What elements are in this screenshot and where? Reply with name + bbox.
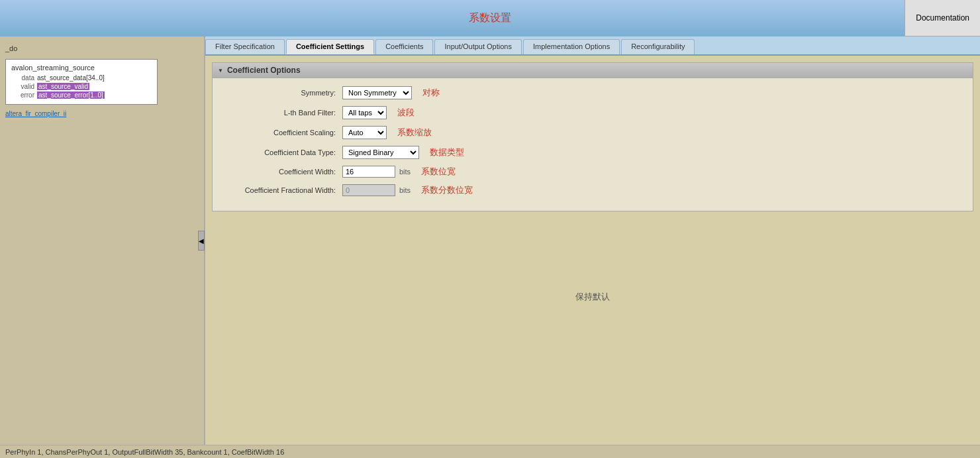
content-area: Coefficient Options Symmetry: Non Symmet… (205, 56, 980, 445)
lth-band-control: All taps 1 2 波段 (342, 106, 415, 119)
tab-implementation-options[interactable]: Implementation Options (523, 39, 620, 54)
symmetry-select[interactable]: Non Symmetry Symmetric Anti-Symmetric (342, 86, 412, 99)
center-note: 保持默认 (212, 291, 973, 303)
coef-data-type-select[interactable]: Signed Binary Unsigned Binary Signed Fra… (342, 146, 419, 159)
tab-bar: Filter Specification Coefficient Setting… (205, 36, 980, 56)
lth-band-select[interactable]: All taps 1 2 (342, 106, 387, 119)
right-panel: Filter Specification Coefficient Setting… (205, 36, 980, 445)
documentation-button[interactable]: Documentation (905, 0, 980, 36)
coef-data-type-row: Coefficient Data Type: Signed Binary Uns… (223, 146, 962, 159)
port-name-valid: ast_source_valid (37, 83, 89, 90)
coef-width-control: bits 系数位宽 (342, 166, 456, 178)
port-name-error: ast_source_error[1..0] (37, 91, 105, 99)
status-bar: PerPhyIn 1, ChansPerPhyOut 1, OutputFull… (0, 445, 980, 458)
coef-data-type-control: Signed Binary Unsigned Binary Signed Fra… (342, 146, 464, 159)
coefficient-options-box: Coefficient Options Symmetry: Non Symmet… (212, 62, 973, 211)
left-panel: ◀ _do avalon_streaming_source data ast_s… (0, 36, 205, 445)
title-bar-text: 系数设置 (469, 11, 511, 25)
block-title: avalon_streaming_source (11, 64, 152, 72)
options-box-header: Coefficient Options (213, 63, 973, 78)
coef-width-bits: bits (399, 168, 411, 176)
coef-frac-width-row: Coefficient Fractional Width: bits 系数分数位… (223, 184, 962, 196)
do-label: _do (5, 44, 17, 52)
options-body: Symmetry: Non Symmetry Symmetric Anti-Sy… (213, 78, 973, 211)
coef-scaling-label: Coefficient Scaling: (223, 129, 342, 137)
symmetry-row: Symmetry: Non Symmetry Symmetric Anti-Sy… (223, 86, 962, 99)
port-label-valid: valid (11, 83, 34, 90)
coef-width-label: Coefficient Width: (223, 168, 342, 176)
symmetry-control: Non Symmetry Symmetric Anti-Symmetric 对称 (342, 86, 440, 99)
port-row-data: data ast_source_data[34..0] (11, 74, 152, 82)
symmetry-annotation: 对称 (422, 87, 440, 99)
coef-width-input[interactable] (342, 166, 395, 178)
lth-band-label: L-th Band Filter: (223, 109, 342, 117)
port-name-data: ast_source_data[34..0] (37, 74, 105, 82)
coef-scaling-control: Auto Manual 系数缩放 (342, 126, 432, 139)
symmetry-label: Symmetry: (223, 89, 342, 97)
tab-coefficients[interactable]: Coefficients (375, 39, 433, 54)
coef-scaling-row: Coefficient Scaling: Auto Manual 系数缩放 (223, 126, 962, 139)
coef-scaling-annotation: 系数缩放 (397, 127, 432, 139)
status-text: PerPhyIn 1, ChansPerPhyOut 1, OutputFull… (5, 448, 284, 456)
title-bar: 系数设置 Documentation (0, 0, 980, 36)
tab-coefficient-settings[interactable]: Coefficient Settings (286, 39, 374, 54)
coef-width-annotation: 系数位宽 (421, 166, 456, 178)
coef-data-type-annotation: 数据类型 (430, 146, 464, 158)
port-label-error: error (11, 91, 34, 99)
lth-band-row: L-th Band Filter: All taps 1 2 波段 (223, 106, 962, 119)
coef-scaling-select[interactable]: Auto Manual (342, 126, 387, 139)
main-layout: ◀ _do avalon_streaming_source data ast_s… (0, 36, 980, 445)
collapse-button[interactable]: ◀ (198, 231, 205, 251)
port-row-valid: valid ast_source_valid (11, 83, 152, 90)
tab-filter-specification[interactable]: Filter Specification (205, 39, 285, 54)
coef-frac-width-annotation: 系数分数位宽 (421, 184, 473, 196)
block-footer[interactable]: altera_fir_compiler_ii (5, 110, 66, 117)
coef-data-type-label: Coefficient Data Type: (223, 148, 342, 156)
tab-reconfigurability[interactable]: Reconfigurability (621, 39, 695, 54)
coef-frac-width-input (342, 184, 395, 196)
coef-frac-width-bits: bits (399, 186, 411, 194)
tab-input-output-options[interactable]: Input/Output Options (434, 39, 522, 54)
schematic-block: avalon_streaming_source data ast_source_… (5, 59, 158, 105)
port-row-error: error ast_source_error[1..0] (11, 91, 152, 99)
port-label-data: data (11, 74, 34, 82)
coef-width-row: Coefficient Width: bits 系数位宽 (223, 166, 962, 178)
coef-frac-width-label: Coefficient Fractional Width: (223, 186, 342, 194)
lth-band-annotation: 波段 (397, 107, 415, 119)
coef-frac-width-control: bits 系数分数位宽 (342, 184, 473, 196)
